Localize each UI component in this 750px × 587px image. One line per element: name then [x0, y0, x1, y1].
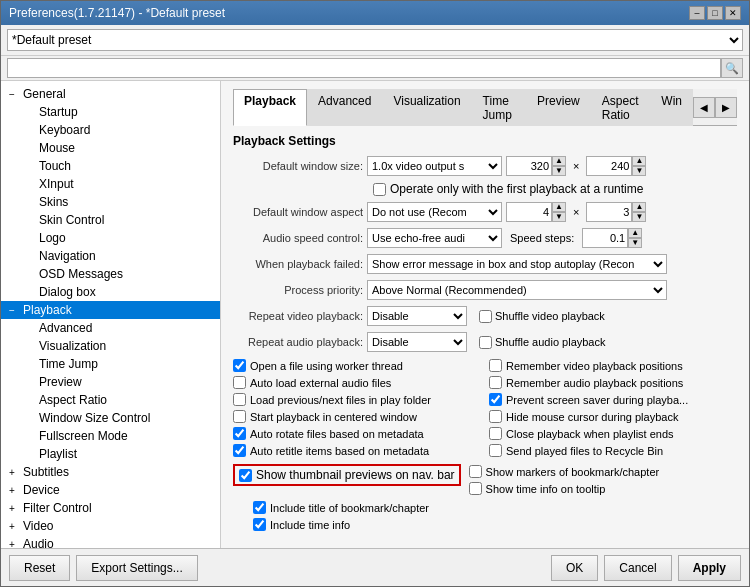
process-priority-select[interactable]: Above Normal (Recommended)	[367, 280, 667, 300]
export-button[interactable]: Export Settings...	[76, 555, 197, 581]
tab-advanced[interactable]: Advanced	[307, 89, 382, 126]
show-thumbnail-checkbox[interactable]	[239, 469, 252, 482]
tab-aspect-ratio[interactable]: Aspect Ratio	[591, 89, 651, 126]
checkbox-input-left-2[interactable]	[233, 393, 246, 406]
search-input[interactable]	[7, 58, 721, 78]
aspect-w-input[interactable]: 4	[506, 202, 552, 222]
expand-icon[interactable]: +	[9, 521, 21, 532]
operate-only-checkbox[interactable]	[373, 183, 386, 196]
default-window-aspect-select[interactable]: Do not use (Recom	[367, 202, 502, 222]
sidebar-item-mouse[interactable]: Mouse	[1, 139, 220, 157]
preset-bar: *Default preset	[1, 25, 749, 56]
sidebar-item-playback[interactable]: −Playback	[1, 301, 220, 319]
default-window-size-select[interactable]: 1.0x video output s	[367, 156, 502, 176]
window-size-h-up[interactable]: ▲	[632, 156, 646, 166]
sidebar-item-logo[interactable]: Logo	[1, 229, 220, 247]
window-size-w-up[interactable]: ▲	[552, 156, 566, 166]
checkbox-input-right-5[interactable]	[489, 444, 502, 457]
checkbox-input-right-3[interactable]	[489, 410, 502, 423]
sidebar-item-advanced[interactable]: Advanced	[1, 319, 220, 337]
sidebar-item-touch[interactable]: Touch	[1, 157, 220, 175]
minimize-button[interactable]: –	[689, 6, 705, 20]
tab-visualization[interactable]: Visualization	[382, 89, 471, 126]
reset-button[interactable]: Reset	[9, 555, 70, 581]
sidebar-item-skins[interactable]: Skins	[1, 193, 220, 211]
sidebar-item-playlist[interactable]: Playlist	[1, 445, 220, 463]
close-button[interactable]: ✕	[725, 6, 741, 20]
window-size-h-down[interactable]: ▼	[632, 166, 646, 176]
window-size-w-input[interactable]: 320	[506, 156, 552, 176]
sidebar-item-preview[interactable]: Preview	[1, 373, 220, 391]
expand-icon[interactable]: +	[9, 539, 21, 549]
sidebar-item-osd-messages[interactable]: OSD Messages	[1, 265, 220, 283]
search-button[interactable]: 🔍	[721, 58, 743, 78]
checkbox-right-1: Remember audio playback positions	[489, 375, 737, 390]
maximize-button[interactable]: □	[707, 6, 723, 20]
cancel-button[interactable]: Cancel	[604, 555, 671, 581]
checkbox-input-right-4[interactable]	[489, 427, 502, 440]
window-size-h-input[interactable]: 240	[586, 156, 632, 176]
shuffle-video-checkbox[interactable]	[479, 310, 492, 323]
shuffle-audio-checkbox[interactable]	[479, 336, 492, 349]
sidebar-item-time-jump[interactable]: Time Jump	[1, 355, 220, 373]
aspect-h-up[interactable]: ▲	[632, 202, 646, 212]
when-failed-select[interactable]: Show error message in box and stop autop…	[367, 254, 667, 274]
audio-speed-select[interactable]: Use echo-free audi	[367, 228, 502, 248]
sidebar-item-xinput[interactable]: XInput	[1, 175, 220, 193]
tab-preview[interactable]: Preview	[526, 89, 591, 126]
expand-icon[interactable]: −	[9, 305, 21, 316]
checkbox-input-right-2[interactable]	[489, 393, 502, 406]
speed-steps-up[interactable]: ▲	[628, 228, 642, 238]
checkbox-input-left-0[interactable]	[233, 359, 246, 372]
checkbox-input-left-5[interactable]	[233, 444, 246, 457]
expand-icon[interactable]: +	[9, 485, 21, 496]
bottom-right-buttons: OK Cancel Apply	[551, 555, 741, 581]
search-bar: 🔍	[1, 56, 749, 81]
sidebar-item-general[interactable]: −General	[1, 85, 220, 103]
sidebar-item-navigation[interactable]: Navigation	[1, 247, 220, 265]
tab-time-jump[interactable]: Time Jump	[472, 89, 527, 126]
ok-button[interactable]: OK	[551, 555, 598, 581]
tabs-prev-button[interactable]: ◀	[693, 97, 715, 118]
sidebar-item-fullscreen-mode[interactable]: Fullscreen Mode	[1, 427, 220, 445]
aspect-w-up[interactable]: ▲	[552, 202, 566, 212]
sidebar-item-skin-control[interactable]: Skin Control	[1, 211, 220, 229]
sidebar-item-subtitles[interactable]: +Subtitles	[1, 463, 220, 481]
bottom-left-label-0: Include title of bookmark/chapter	[270, 502, 429, 514]
aspect-h-input[interactable]: 3	[586, 202, 632, 222]
repeat-audio-select[interactable]: Disable	[367, 332, 467, 352]
checkbox-input-right-0[interactable]	[489, 359, 502, 372]
sidebar-item-visualization[interactable]: Visualization	[1, 337, 220, 355]
repeat-video-select[interactable]: Disable	[367, 306, 467, 326]
sidebar-item-window-size-control[interactable]: Window Size Control	[1, 409, 220, 427]
sidebar-item-video[interactable]: +Video	[1, 517, 220, 535]
sidebar-item-aspect-ratio[interactable]: Aspect Ratio	[1, 391, 220, 409]
sidebar-item-audio[interactable]: +Audio	[1, 535, 220, 548]
checkbox-input-left-1[interactable]	[233, 376, 246, 389]
window-size-w-down[interactable]: ▼	[552, 166, 566, 176]
sidebar-item-dialog-box[interactable]: Dialog box	[1, 283, 220, 301]
checkbox-input-right-1[interactable]	[489, 376, 502, 389]
speed-steps-input[interactable]: 0.1	[582, 228, 628, 248]
aspect-h-down[interactable]: ▼	[632, 212, 646, 222]
checkbox-input-left-3[interactable]	[233, 410, 246, 423]
tabs-next-button[interactable]: ▶	[715, 97, 737, 118]
bottom-left-checkbox-0[interactable]	[253, 501, 266, 514]
tab-playback[interactable]: Playback	[233, 89, 307, 126]
expand-icon[interactable]: +	[9, 467, 21, 478]
aspect-w-down[interactable]: ▼	[552, 212, 566, 222]
preset-select[interactable]: *Default preset	[7, 29, 743, 51]
bottom-right-checkbox-1[interactable]	[469, 482, 482, 495]
speed-steps-down[interactable]: ▼	[628, 238, 642, 248]
expand-icon[interactable]: −	[9, 89, 21, 100]
sidebar-item-keyboard[interactable]: Keyboard	[1, 121, 220, 139]
apply-button[interactable]: Apply	[678, 555, 741, 581]
sidebar-item-startup[interactable]: Startup	[1, 103, 220, 121]
tab-win[interactable]: Win	[650, 89, 693, 126]
expand-icon[interactable]: +	[9, 503, 21, 514]
bottom-right-checkbox-0[interactable]	[469, 465, 482, 478]
sidebar-item-filter-control[interactable]: +Filter Control	[1, 499, 220, 517]
sidebar-item-device[interactable]: +Device	[1, 481, 220, 499]
bottom-left-checkbox-1[interactable]	[253, 518, 266, 531]
checkbox-input-left-4[interactable]	[233, 427, 246, 440]
